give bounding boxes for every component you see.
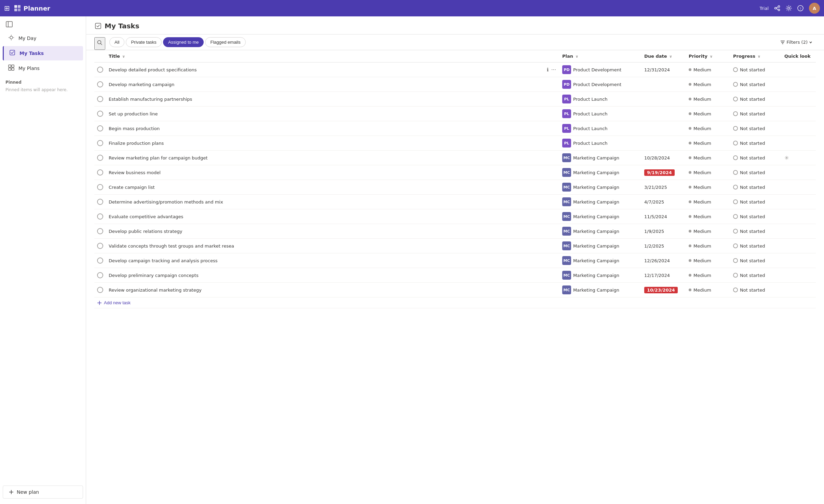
task-more-button[interactable]: ⋯ (551, 286, 557, 293)
share-icon[interactable] (774, 5, 780, 11)
col-due-date[interactable]: Due date ∨ (641, 50, 686, 62)
task-info-button[interactable]: ℹ (546, 213, 549, 220)
task-more-button[interactable]: ⋯ (551, 198, 557, 205)
task-info-button[interactable]: ℹ (546, 140, 549, 146)
task-info-button[interactable]: ℹ (546, 184, 549, 191)
task-checkbox-cell (94, 77, 106, 92)
task-checkbox[interactable] (97, 228, 103, 234)
task-more-button[interactable]: ⋯ (551, 81, 557, 88)
table-row: Determine advertising/promotion methods … (94, 195, 816, 209)
task-more-button[interactable]: ⋯ (551, 66, 557, 73)
svg-rect-0 (14, 5, 17, 8)
col-plan[interactable]: Plan ∨ (559, 50, 641, 62)
task-title-cell: Develop marketing campaign ℹ ⋯ (106, 77, 559, 92)
task-quick-look-cell (782, 165, 816, 180)
task-checkbox[interactable] (97, 287, 103, 293)
progress-circle (733, 243, 738, 248)
col-progress[interactable]: Progress ∨ (730, 50, 782, 62)
task-checkbox[interactable] (97, 243, 103, 249)
quick-look-icon[interactable]: ✳ (784, 155, 789, 161)
task-priority-cell: Medium (686, 92, 730, 107)
task-info-button[interactable]: ℹ (546, 257, 549, 264)
task-checkbox[interactable] (97, 125, 103, 131)
priority-dot (689, 112, 691, 115)
plan-icon: PL (562, 139, 571, 148)
priority-sort-icon: ∨ (710, 54, 713, 59)
task-plan-cell: PLProduct Launch (559, 107, 641, 121)
task-more-button[interactable]: ⋯ (551, 125, 557, 132)
help-icon[interactable]: ? (797, 5, 803, 11)
sidebar-item-my-plans[interactable]: My Plans (3, 61, 83, 75)
task-info-button[interactable]: ℹ (546, 81, 549, 88)
task-checkbox[interactable] (97, 67, 103, 73)
task-more-button[interactable]: ⋯ (551, 257, 557, 264)
task-checkbox[interactable] (97, 81, 103, 87)
task-more-button[interactable]: ⋯ (551, 154, 557, 161)
task-info-button[interactable]: ℹ (546, 96, 549, 102)
plan-name: Marketing Campaign (573, 199, 619, 205)
table-row: Develop marketing campaign ℹ ⋯ PDProduct… (94, 77, 816, 92)
search-button[interactable] (94, 37, 105, 50)
task-quick-look-cell (782, 209, 816, 224)
tab-private-tasks[interactable]: Private tasks (126, 37, 161, 47)
task-progress-cell: Not started (730, 151, 782, 165)
task-checkbox[interactable] (97, 257, 103, 264)
task-priority-cell: Medium (686, 151, 730, 165)
task-info-button[interactable]: ℹ (546, 228, 549, 235)
task-title-text: Review marketing plan for campaign budge… (109, 155, 543, 160)
new-plan-button[interactable]: New plan (3, 486, 83, 499)
task-priority-cell: Medium (686, 121, 730, 136)
settings-icon[interactable] (786, 5, 792, 11)
task-more-button[interactable]: ⋯ (551, 140, 557, 146)
tab-flagged-emails[interactable]: Flagged emails (205, 37, 245, 47)
task-due-date-cell: 1/9/2025 (641, 224, 686, 239)
task-info-button[interactable]: ℹ (546, 272, 549, 279)
task-title-text: Evaluate competitive advantages (109, 214, 543, 219)
task-more-button[interactable]: ⋯ (551, 169, 557, 176)
col-priority[interactable]: Priority ∨ (686, 50, 730, 62)
task-more-button[interactable]: ⋯ (551, 242, 557, 249)
task-checkbox[interactable] (97, 213, 103, 220)
trial-label[interactable]: Trial (759, 6, 769, 11)
task-more-button[interactable]: ⋯ (551, 228, 557, 235)
filters-button[interactable]: Filters (2) (777, 38, 816, 47)
table-row: Finalize production plans ℹ ⋯ PLProduct … (94, 136, 816, 151)
task-info-button[interactable]: ℹ (546, 125, 549, 132)
sidebar-collapse[interactable] (0, 19, 86, 31)
table-row: Review business model ℹ ⋯ MCMarketing Ca… (94, 165, 816, 180)
task-info-button[interactable]: ℹ (546, 66, 549, 73)
topbar: ⊞ Planner Trial ? A (0, 0, 824, 16)
task-more-button[interactable]: ⋯ (551, 110, 557, 117)
task-more-button[interactable]: ⋯ (551, 213, 557, 220)
plan-name: Product Launch (573, 97, 608, 102)
task-info-button[interactable]: ℹ (546, 110, 549, 117)
task-checkbox[interactable] (97, 272, 103, 278)
task-more-button[interactable]: ⋯ (551, 184, 557, 191)
task-checkbox[interactable] (97, 155, 103, 161)
task-checkbox[interactable] (97, 184, 103, 190)
plan-name: Product Launch (573, 141, 608, 146)
add-task-button[interactable]: Add new task (97, 300, 131, 305)
task-checkbox[interactable] (97, 199, 103, 205)
task-checkbox[interactable] (97, 169, 103, 176)
task-info-button[interactable]: ℹ (546, 154, 549, 161)
priority-dot (689, 215, 691, 218)
col-title[interactable]: Title ∨ (106, 50, 559, 62)
task-info-button[interactable]: ℹ (546, 198, 549, 205)
task-info-button[interactable]: ℹ (546, 242, 549, 249)
task-checkbox[interactable] (97, 140, 103, 146)
task-checkbox-cell (94, 253, 106, 268)
sidebar-item-my-day[interactable]: My Day (3, 31, 83, 45)
tab-assigned-to-me[interactable]: Assigned to me (163, 37, 204, 47)
task-more-button[interactable]: ⋯ (551, 96, 557, 102)
waffle-icon[interactable]: ⊞ (4, 4, 10, 12)
task-checkbox[interactable] (97, 96, 103, 102)
task-info-button[interactable]: ℹ (546, 169, 549, 176)
svg-rect-23 (12, 68, 14, 70)
tab-all[interactable]: All (109, 37, 124, 47)
task-more-button[interactable]: ⋯ (551, 272, 557, 279)
task-info-button[interactable]: ℹ (546, 286, 549, 293)
avatar[interactable]: A (809, 3, 820, 14)
task-checkbox[interactable] (97, 111, 103, 117)
sidebar-item-my-tasks[interactable]: My Tasks (3, 46, 83, 60)
